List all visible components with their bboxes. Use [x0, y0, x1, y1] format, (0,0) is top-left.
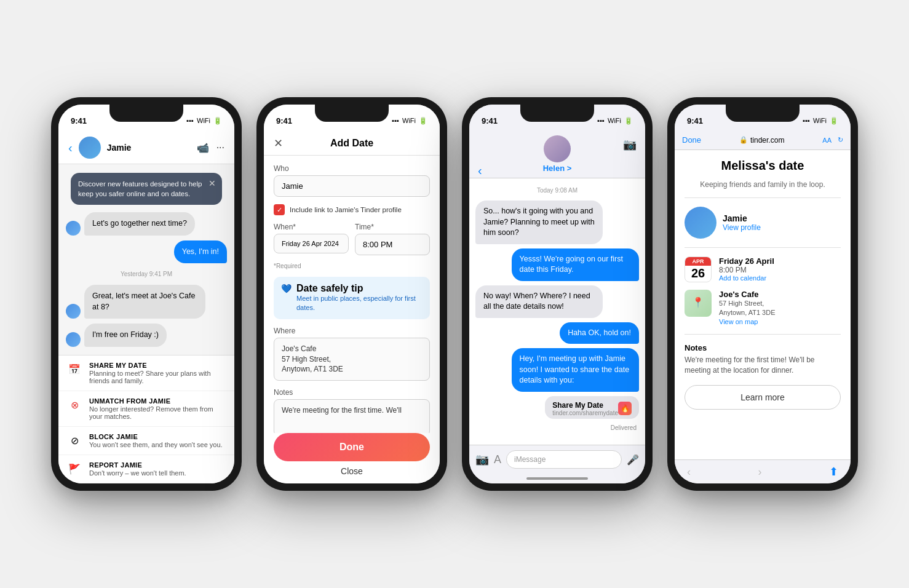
- microphone-icon[interactable]: 🎤: [627, 454, 639, 466]
- chat-avatar: [79, 137, 101, 159]
- imessage-toolbar: 📷 A iMessage 🎤: [469, 445, 645, 474]
- share-date-card[interactable]: Share My Date tinder.com/sharemydate 🔥: [545, 396, 639, 419]
- profile-card: Jamie View profile: [685, 207, 841, 239]
- banner-text: Discover new features designed to help k…: [78, 180, 202, 197]
- who-input[interactable]: Jamie: [274, 175, 430, 197]
- imessage-back-button[interactable]: ‹: [478, 164, 482, 178]
- lock-icon: 🔒: [739, 136, 748, 144]
- when-label: When*: [274, 223, 349, 231]
- divider: [685, 197, 841, 198]
- imsg-bubble: Yesss! We're going on our first date thi…: [512, 248, 639, 281]
- url-text: tinder.com: [750, 136, 784, 145]
- menu-item-report[interactable]: 🚩 REPORT JAMIE Don't worry – we won't te…: [58, 455, 234, 483]
- aa-button[interactable]: AA: [822, 137, 832, 144]
- block-icon: ⊘: [67, 433, 82, 448]
- status-time-2: 9:41: [276, 116, 292, 125]
- share-card-url: tinder.com/sharemydate: [552, 410, 618, 416]
- date-card: APR 26 Friday 26 April 8:00 PM Add to ca…: [685, 256, 841, 282]
- menu-item-title: UNMATCH FROM JAMIE: [89, 397, 226, 405]
- menu-item-desc: Planning to meet? Share your plans with …: [89, 370, 226, 384]
- divider: [685, 334, 841, 335]
- chat-partner-name: Jamie: [107, 143, 191, 153]
- notes-title: Notes: [685, 343, 841, 352]
- status-bar-2: 9:41 ▪▪▪ WiFi 🔋: [264, 105, 440, 132]
- delivered-status: Delivered: [475, 423, 639, 434]
- time-field-group: Time* 8:00 PM: [355, 223, 430, 255]
- divider: [685, 247, 841, 248]
- date-time-row: When* Friday 26 Apr 2024 Time* 8:00 PM: [274, 223, 430, 255]
- profile-name: Jamie: [723, 213, 761, 223]
- status-icons-1: ▪▪▪ WiFi 🔋: [186, 117, 222, 125]
- safari-done-button[interactable]: Done: [682, 135, 701, 145]
- menu-item-block[interactable]: ⊘ BLOCK JAMIE You won't see them, and th…: [58, 427, 234, 455]
- calendar-icon: APR 26: [685, 256, 712, 282]
- map-thumbnail: 📍: [685, 290, 712, 317]
- imessage-header: ‹ Helen > 📷: [469, 132, 645, 178]
- calendar-month: APR: [685, 257, 711, 266]
- calendar-day: 26: [685, 266, 711, 282]
- checkbox-checked: ✓: [274, 204, 285, 215]
- done-button[interactable]: Done: [274, 433, 430, 461]
- date-safety-tip: 💙 Date safely tip Meet in public places,…: [274, 277, 430, 319]
- checkbox-label: Include link to Jamie's Tinder profile: [290, 206, 402, 213]
- required-note: *Required: [274, 263, 430, 269]
- view-on-map-link[interactable]: View on map: [719, 318, 841, 325]
- web-content: Melissa's date Keeping friends and famil…: [675, 150, 851, 459]
- appstore-icon[interactable]: A: [494, 453, 501, 466]
- menu-item-unmatch[interactable]: ⊗ UNMATCH FROM JAMIE No longer intereste…: [58, 391, 234, 427]
- contact-avatar: [544, 135, 571, 162]
- where-label: Where: [274, 327, 430, 335]
- menu-item-desc: Don't worry – we won't tell them.: [89, 469, 226, 477]
- notes-label: Notes: [274, 388, 430, 397]
- status-time-3: 9:41: [482, 116, 498, 125]
- when-input[interactable]: Friday 26 Apr 2024: [274, 234, 349, 253]
- imsg-bubble: Hey, I'm meeting up with Jamie soon! I w…: [512, 348, 639, 392]
- back-button[interactable]: ‹: [68, 141, 73, 155]
- share-date-icon: 📅: [67, 362, 82, 376]
- notes-input[interactable]: We're meeting for the first time. We'll: [274, 399, 430, 433]
- view-profile-link[interactable]: View profile: [723, 223, 761, 232]
- share-card-title: Share My Date: [552, 401, 618, 410]
- time-label: Time*: [355, 223, 430, 231]
- tinder-logo: 🔥: [618, 402, 632, 415]
- status-time-1: 9:41: [71, 116, 87, 125]
- form-close-button[interactable]: ✕: [274, 137, 283, 150]
- form-title: Add Date: [330, 138, 373, 149]
- timestamp: Yesterday 9:41 PM: [66, 271, 227, 277]
- avatar-small: [66, 332, 81, 347]
- banner-close-button[interactable]: ✕: [208, 178, 216, 190]
- close-link[interactable]: Close: [264, 466, 440, 483]
- bubble-sent: Yes, I'm in!: [174, 240, 227, 264]
- more-icon[interactable]: ···: [216, 142, 224, 154]
- message-row: Great, let's meet at Joe's Cafe at 8?: [66, 285, 227, 319]
- imessage-input[interactable]: iMessage: [506, 450, 622, 469]
- status-icons-4: ▪▪▪ WiFi 🔋: [803, 117, 838, 125]
- page-subtitle: Keeping friends and family in the loop.: [685, 180, 841, 189]
- learn-more-button[interactable]: Learn more: [685, 385, 841, 410]
- contact-name[interactable]: Helen >: [543, 164, 572, 173]
- date-label: Friday 26 April: [719, 256, 841, 266]
- share-icon[interactable]: ⬆: [829, 465, 838, 479]
- phone-2: 9:41 ▪▪▪ WiFi 🔋 ✕ Add Date Who Jamie: [256, 97, 447, 491]
- refresh-icon[interactable]: ↻: [838, 136, 843, 144]
- imessage-video-button[interactable]: 📷: [623, 138, 637, 151]
- where-field-group: Where Joe's Cafe57 High Street,Anytown, …: [274, 327, 430, 381]
- map-pin-icon: 📍: [692, 296, 704, 308]
- safety-banner: Discover new features designed to help k…: [71, 173, 222, 205]
- time-input[interactable]: 8:00 PM: [355, 234, 430, 255]
- menu-item-share-date[interactable]: 📅 SHARE MY DATE Planning to meet? Share …: [58, 356, 234, 391]
- location-card: 📍 Joe's Cafe 57 High Street,Anytown, AT1…: [685, 290, 841, 325]
- add-date-form: ✕ Add Date Who Jamie ✓ Include link to J…: [264, 132, 440, 483]
- page-title: Melissa's date: [685, 159, 841, 173]
- status-bar-3: 9:41 ▪▪▪ WiFi 🔋: [469, 105, 645, 132]
- include-profile-checkbox-row[interactable]: ✓ Include link to Jamie's Tinder profile: [274, 204, 430, 215]
- back-nav-icon[interactable]: ‹: [687, 466, 691, 479]
- add-to-calendar-link[interactable]: Add to calendar: [719, 274, 841, 282]
- video-icon[interactable]: 📹: [197, 142, 209, 154]
- report-icon: 🚩: [67, 461, 82, 476]
- camera-icon[interactable]: 📷: [475, 453, 489, 466]
- form-body: Who Jamie ✓ Include link to Jamie's Tind…: [264, 156, 440, 433]
- safari-address-bar: Done 🔒 tinder.com AA ↻: [675, 132, 851, 150]
- where-input[interactable]: Joe's Cafe57 High Street,Anytown, AT1 3D…: [274, 338, 430, 381]
- location-address: 57 High Street,Anytown, AT1 3DE: [719, 299, 841, 318]
